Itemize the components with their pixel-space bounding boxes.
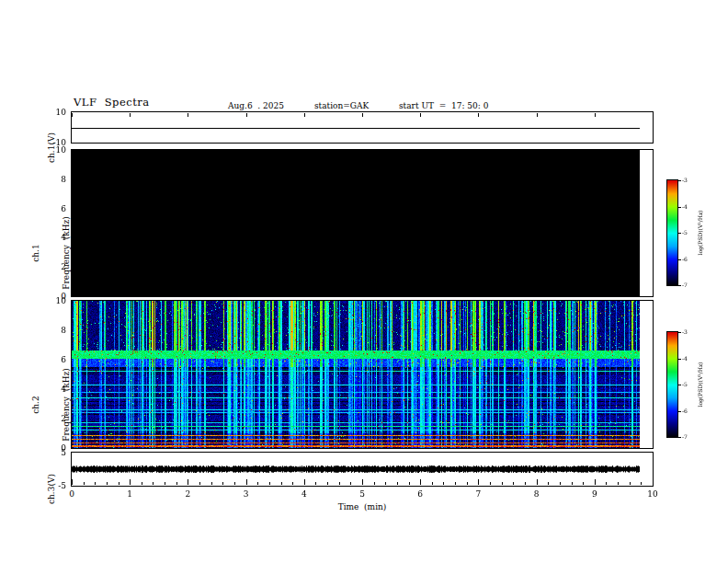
x-tick-label: 6 bbox=[411, 489, 429, 499]
x-tick-mark bbox=[304, 479, 305, 485]
x-minor-tick-mark bbox=[269, 482, 270, 485]
x-tick-label: 2 bbox=[178, 489, 197, 499]
voltage-tick-label: -5 bbox=[40, 481, 66, 490]
colorbar-tick-label: -6 bbox=[682, 408, 697, 414]
x-minor-tick-mark bbox=[385, 482, 386, 485]
x-tick-mark bbox=[130, 479, 131, 485]
x-tick-mark-top bbox=[537, 113, 538, 117]
x-tick-mark-top bbox=[72, 113, 73, 117]
panel-frame-ch1-spectrogram bbox=[71, 149, 654, 297]
freq-tick-label: 6 bbox=[46, 204, 66, 213]
colorbar-axis-label: log(PSD)(V²/Hz) bbox=[696, 339, 705, 431]
freq-tick-label: 2 bbox=[46, 262, 66, 271]
date-label: Aug.6 . 2025 bbox=[228, 101, 284, 110]
voltage-tick-label: -10 bbox=[40, 138, 66, 147]
x-minor-tick-mark bbox=[548, 482, 549, 485]
figure-title: VLF Spectra bbox=[74, 96, 150, 109]
x-tick-mark bbox=[595, 479, 596, 485]
x-minor-tick-mark bbox=[641, 482, 642, 485]
freq-tick-label: 4 bbox=[46, 385, 66, 394]
ch1-label-line: ch.1 bbox=[31, 207, 41, 299]
x-minor-tick-mark bbox=[292, 482, 293, 485]
x-tick-mark bbox=[653, 479, 654, 485]
colorbar-tick-mark bbox=[678, 411, 681, 412]
x-minor-tick-mark bbox=[490, 482, 491, 485]
panel-frame-ch2-spectrogram bbox=[71, 300, 654, 449]
x-minor-tick-mark bbox=[374, 482, 375, 485]
freq-tick-label: 4 bbox=[46, 233, 66, 242]
x-minor-tick-mark bbox=[95, 482, 96, 485]
colorbar-tick-label: -6 bbox=[682, 256, 697, 262]
freq-tick-label: 2 bbox=[46, 414, 66, 423]
x-minor-tick-mark bbox=[142, 482, 142, 485]
x-tick-mark bbox=[537, 479, 538, 485]
station-label: station=GAK bbox=[314, 101, 369, 110]
x-tick-label: 8 bbox=[528, 489, 546, 499]
x-tick-label: 4 bbox=[295, 489, 313, 499]
x-minor-tick-mark bbox=[211, 482, 212, 485]
freq-tick-label: 6 bbox=[46, 355, 66, 364]
x-tick-label: 5 bbox=[353, 489, 371, 499]
x-tick-label: 9 bbox=[586, 489, 604, 499]
colorbar-tick-mark bbox=[678, 233, 681, 234]
x-tick-mark bbox=[420, 479, 421, 485]
colorbar-tick-label: -7 bbox=[682, 433, 697, 440]
freq-tick-label: 8 bbox=[46, 175, 66, 184]
x-tick-label: 7 bbox=[469, 489, 487, 499]
x-tick-label: 3 bbox=[237, 489, 256, 499]
x-minor-tick-mark bbox=[583, 482, 584, 485]
x-tick-mark bbox=[246, 479, 247, 485]
x-minor-tick-mark bbox=[630, 482, 631, 485]
colorbar-axis-label: log(PSD)(V²/Hz) bbox=[696, 187, 705, 279]
x-tick-label: 1 bbox=[120, 489, 139, 499]
colorbar-tick-mark bbox=[678, 437, 681, 438]
x-tick-mark bbox=[478, 479, 479, 485]
colorbar-frame-2 bbox=[666, 331, 678, 438]
colorbar-tick-mark bbox=[678, 385, 681, 385]
x-minor-tick-mark bbox=[339, 482, 340, 485]
x-minor-tick-mark bbox=[409, 482, 410, 485]
start-ut-label: start UT = 17: 50: 0 bbox=[399, 101, 488, 110]
x-minor-tick-mark bbox=[153, 482, 154, 485]
x-minor-tick-mark bbox=[572, 482, 573, 485]
colorbar-frame-1 bbox=[666, 179, 678, 286]
x-minor-tick-mark bbox=[513, 482, 514, 485]
x-minor-tick-mark bbox=[327, 482, 328, 485]
x-tick-mark-top bbox=[478, 113, 479, 117]
colorbar-tick-mark bbox=[678, 259, 681, 260]
x-tick-mark bbox=[188, 479, 188, 485]
x-tick-mark-top bbox=[595, 113, 596, 117]
x-minor-tick-mark bbox=[257, 482, 258, 485]
x-tick-mark-top bbox=[362, 113, 363, 117]
x-tick-label: 10 bbox=[643, 489, 662, 499]
x-minor-tick-mark bbox=[107, 482, 108, 485]
colorbar-tick-label: -4 bbox=[682, 355, 697, 362]
x-minor-tick-mark bbox=[443, 482, 444, 485]
x-minor-tick-mark bbox=[234, 482, 235, 485]
x-tick-mark bbox=[362, 479, 363, 485]
colorbar-tick-mark bbox=[678, 359, 681, 360]
x-minor-tick-mark bbox=[199, 482, 200, 485]
ch2-label-line: ch.2 bbox=[31, 359, 41, 451]
voltage-tick-label: 5 bbox=[40, 448, 66, 457]
x-minor-tick-mark bbox=[350, 482, 351, 485]
x-minor-tick-mark bbox=[432, 482, 433, 485]
x-minor-tick-mark bbox=[525, 482, 526, 485]
freq-tick-label: 10 bbox=[46, 296, 66, 305]
colorbar-tick-label: -3 bbox=[682, 328, 697, 335]
x-minor-tick-mark bbox=[176, 482, 177, 485]
colorbar-tick-mark bbox=[678, 285, 681, 286]
voltage-tick-label: 10 bbox=[40, 108, 66, 117]
x-minor-tick-mark bbox=[455, 482, 456, 485]
colorbar-tick-label: -4 bbox=[682, 203, 697, 210]
freq-tick-label: 8 bbox=[46, 326, 66, 335]
x-tick-mark-top bbox=[188, 113, 188, 117]
time-axis-label: Time (min) bbox=[270, 502, 454, 511]
x-tick-label: 0 bbox=[63, 489, 81, 499]
x-tick-mark bbox=[72, 479, 73, 485]
x-tick-mark-top bbox=[246, 113, 247, 117]
x-minor-tick-mark bbox=[222, 482, 223, 485]
x-minor-tick-mark bbox=[502, 482, 503, 485]
x-minor-tick-mark bbox=[281, 482, 282, 485]
colorbar-tick-label: -5 bbox=[682, 229, 697, 236]
